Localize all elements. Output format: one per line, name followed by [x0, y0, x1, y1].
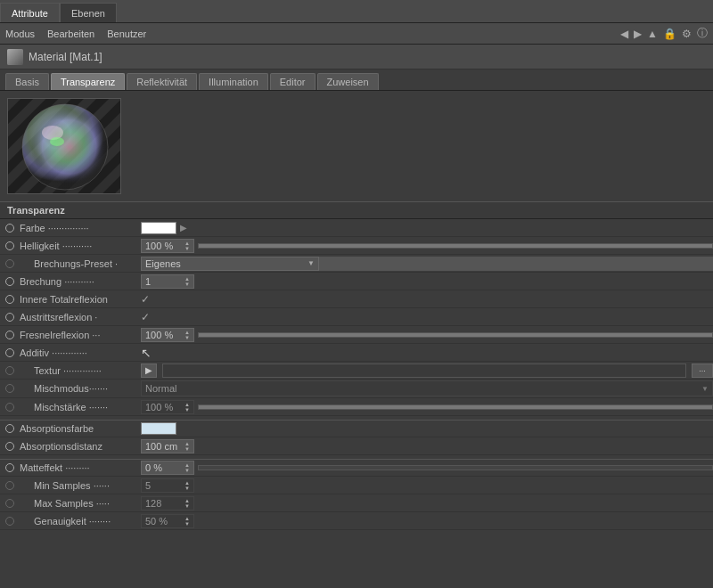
dropdown-brechungs-preset[interactable]: Eigenes ▼: [141, 257, 319, 271]
farbe-arrow[interactable]: ▶: [180, 223, 187, 233]
value-innere-totalreflexion: ✓: [141, 293, 713, 306]
radio-max-samples[interactable]: [4, 497, 16, 510]
radio-farbe[interactable]: [4, 222, 16, 234]
arrow-up-icon[interactable]: ▲: [647, 28, 658, 40]
label-absorptionsdistanz: Absorptionsdistanz: [16, 441, 141, 452]
arrow-right-icon[interactable]: ▶: [634, 28, 642, 40]
radio-mischstaerke[interactable]: [4, 401, 16, 413]
radio-brechungs-preset[interactable]: [4, 257, 16, 270]
tab-zuweisen[interactable]: Zuweisen: [317, 73, 379, 90]
arrow-left-icon[interactable]: ◀: [620, 28, 628, 40]
value-mischmodus: Normal ▼: [141, 380, 713, 396]
radio-matteffekt[interactable]: [4, 461, 16, 474]
info-icon[interactable]: ⓘ: [697, 26, 708, 41]
value-brechungs-preset: Eigenes ▼: [141, 257, 713, 271]
radio-absorptionsfarbe[interactable]: [4, 422, 16, 435]
num-max-samples[interactable]: 128 ▲▼: [141, 496, 194, 510]
num-genauigkeit[interactable]: 50 % ▲▼: [141, 514, 194, 528]
num-absorptionsdistanz[interactable]: 100 cm ▲▼: [141, 439, 194, 453]
label-fresnelreflexion: Fresnelreflexion ···: [16, 330, 141, 340]
tab-attribute[interactable]: Attribute: [0, 3, 60, 22]
label-mischmodus: Mischmodus·······: [16, 383, 141, 394]
num-fresnelreflexion[interactable]: 100 % ▲▼: [141, 328, 194, 342]
prop-innere-totalreflexion: Innere Totalreflexion ✓: [0, 290, 713, 308]
value-mischstaerke: 100 % ▲▼: [141, 400, 713, 414]
radio-additiv[interactable]: [4, 347, 16, 359]
prop-mischmodus: Mischmodus······· Normal ▼: [0, 380, 713, 398]
label-helligkeit: Helligkeit ···········: [16, 241, 141, 251]
preview-canvas: [8, 99, 121, 194]
radio-helligkeit[interactable]: [4, 240, 16, 252]
menu-benutzer[interactable]: Benutzer: [107, 29, 146, 39]
radio-fresnelreflexion[interactable]: [4, 329, 16, 341]
prop-helligkeit: Helligkeit ··········· 100 % ▲▼: [0, 237, 713, 255]
value-helligkeit: 100 % ▲▼: [141, 239, 713, 253]
radio-min-samples[interactable]: [4, 479, 16, 492]
cursor-icon: ↖: [141, 346, 152, 360]
value-brechung: 1 ▲▼: [141, 274, 713, 289]
svg-point-6: [22, 104, 108, 190]
prop-min-samples: Min Samples ······ 5 ▲▼: [0, 477, 713, 494]
slider-matteffekt[interactable]: [198, 465, 713, 470]
dropdown-mischmodus[interactable]: Normal ▼: [141, 380, 713, 396]
textur-arrow-btn[interactable]: ▶: [141, 363, 157, 378]
label-genauigkeit: Genauigkeit ········: [16, 516, 141, 527]
num-matteffekt[interactable]: 0 % ▲▼: [141, 461, 194, 475]
prop-max-samples: Max Samples ····· 128 ▲▼: [0, 494, 713, 512]
label-additiv: Additiv ·············: [16, 347, 141, 358]
textur-dots-btn[interactable]: ···: [692, 363, 713, 378]
color-swatch-absorptionsfarbe[interactable]: [141, 422, 176, 435]
tab-ebenen[interactable]: Ebenen: [60, 3, 117, 22]
radio-brechung[interactable]: [4, 275, 16, 288]
top-tab-bar: Attribute Ebenen: [0, 0, 713, 23]
material-title: Material [Mat.1]: [29, 51, 102, 63]
num-min-samples[interactable]: 5 ▲▼: [141, 478, 194, 493]
properties-list: Farbe ··············· ▶ Helligkeit ·····…: [0, 219, 713, 530]
prop-genauigkeit: Genauigkeit ········ 50 % ▲▼: [0, 512, 713, 530]
prop-absorptionsfarbe: Absorptionsfarbe: [0, 420, 713, 437]
chevron-down-mischmodus-icon: ▼: [701, 385, 709, 393]
tab-illumination[interactable]: Illumination: [199, 73, 268, 90]
radio-mischmodus[interactable]: [4, 382, 16, 395]
radio-genauigkeit[interactable]: [4, 515, 16, 527]
num-mischstaerke[interactable]: 100 % ▲▼: [141, 400, 194, 414]
value-textur: ▶ ···: [141, 363, 713, 378]
tab-editor[interactable]: Editor: [270, 73, 316, 90]
menu-bar: Modus Bearbeiten Benutzer ◀ ▶ ▲ 🔒 ⚙ ⓘ: [0, 23, 713, 45]
label-brechungs-preset: Brechungs-Preset ·: [16, 258, 141, 269]
value-fresnelreflexion: 100 % ▲▼: [141, 328, 713, 342]
tab-basis[interactable]: Basis: [5, 73, 49, 90]
prop-farbe: Farbe ··············· ▶: [0, 219, 713, 237]
value-absorptionsfarbe: [141, 422, 713, 435]
tab-transparenz[interactable]: Transparenz: [51, 73, 125, 90]
material-icon: [7, 49, 23, 65]
check-innere-totalreflexion[interactable]: ✓: [141, 293, 150, 306]
label-max-samples: Max Samples ·····: [16, 498, 141, 509]
material-header: Material [Mat.1]: [0, 45, 713, 69]
radio-austrittsreflexion[interactable]: [4, 311, 16, 323]
check-austrittsreflexion[interactable]: ✓: [141, 311, 150, 323]
radio-absorptionsdistanz[interactable]: [4, 440, 16, 453]
chevron-down-icon: ▼: [307, 259, 315, 267]
svg-point-8: [50, 137, 64, 146]
slider-helligkeit[interactable]: [198, 243, 713, 249]
settings-icon[interactable]: ⚙: [682, 28, 692, 40]
menu-icons: ◀ ▶ ▲ 🔒 ⚙ ⓘ: [620, 26, 708, 41]
label-innere-totalreflexion: Innere Totalreflexion: [16, 294, 141, 305]
slider-mischstaerke[interactable]: [198, 404, 713, 410]
radio-innere-totalreflexion[interactable]: [4, 293, 16, 306]
textur-slider[interactable]: [162, 363, 686, 378]
value-matteffekt: 0 % ▲▼: [141, 461, 713, 475]
value-farbe: ▶: [141, 222, 713, 234]
menu-modus[interactable]: Modus: [5, 29, 35, 39]
num-brechung[interactable]: 1 ▲▼: [141, 274, 194, 289]
slider-fresnelreflexion[interactable]: [198, 332, 713, 338]
radio-textur[interactable]: [4, 364, 16, 377]
num-helligkeit[interactable]: 100 % ▲▼: [141, 239, 194, 253]
lock-icon[interactable]: 🔒: [663, 28, 676, 40]
color-swatch-farbe[interactable]: [141, 222, 176, 234]
tab-reflektivitaet[interactable]: Reflektivität: [127, 73, 197, 90]
value-genauigkeit: 50 % ▲▼: [141, 514, 713, 528]
prop-austrittsreflexion: Austrittsreflexion · ✓: [0, 308, 713, 326]
menu-bearbeiten[interactable]: Bearbeiten: [47, 29, 94, 39]
